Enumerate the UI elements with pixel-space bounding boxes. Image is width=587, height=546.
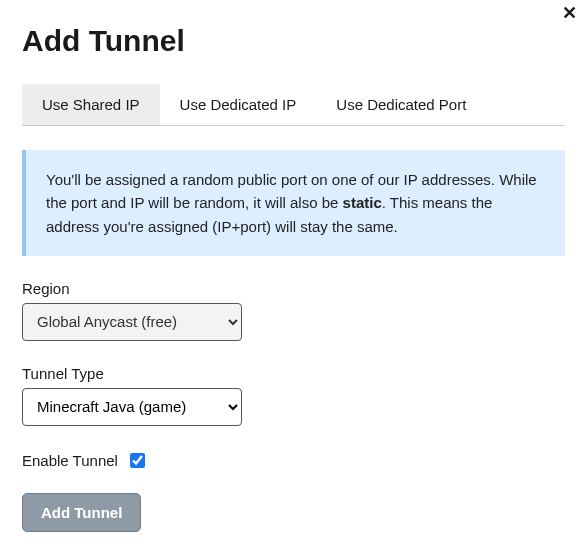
- tab-shared-ip[interactable]: Use Shared IP: [22, 84, 160, 125]
- region-field: Region Global Anycast (free): [22, 280, 565, 341]
- region-label: Region: [22, 280, 565, 297]
- region-select[interactable]: Global Anycast (free): [22, 303, 242, 341]
- tab-dedicated-port[interactable]: Use Dedicated Port: [316, 84, 486, 125]
- enable-tunnel-row: Enable Tunnel: [22, 450, 565, 471]
- enable-tunnel-label: Enable Tunnel: [22, 452, 118, 469]
- tab-bar: Use Shared IP Use Dedicated IP Use Dedic…: [22, 84, 565, 126]
- enable-tunnel-checkbox[interactable]: [130, 453, 145, 468]
- tunnel-type-field: Tunnel Type Minecraft Java (game): [22, 365, 565, 426]
- add-tunnel-button[interactable]: Add Tunnel: [22, 493, 141, 532]
- info-text-bold: static: [343, 194, 382, 211]
- tunnel-type-label: Tunnel Type: [22, 365, 565, 382]
- tab-dedicated-ip[interactable]: Use Dedicated IP: [160, 84, 317, 125]
- dialog-container: Add Tunnel Use Shared IP Use Dedicated I…: [0, 0, 587, 546]
- info-box: You'll be assigned a random public port …: [22, 150, 565, 256]
- dialog-title: Add Tunnel: [22, 24, 565, 58]
- close-icon[interactable]: ✕: [562, 4, 577, 22]
- tunnel-type-select[interactable]: Minecraft Java (game): [22, 388, 242, 426]
